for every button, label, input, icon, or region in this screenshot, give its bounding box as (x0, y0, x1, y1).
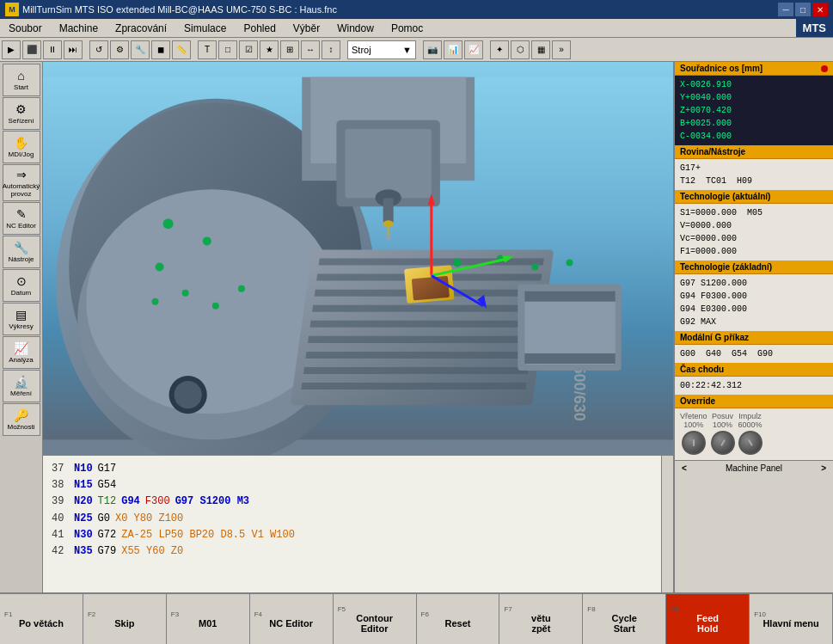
svg-point-36 (566, 260, 573, 267)
fkey-f4[interactable]: F4 NC Editor (250, 594, 334, 644)
tb-camera2[interactable]: 📊 (444, 40, 462, 59)
sidebar-item-nceditor[interactable]: ✎ NC Editor (3, 202, 40, 235)
menu-soubor[interactable]: Soubor (0, 19, 51, 37)
fkey-f10[interactable]: F10 Hlavní menu (750, 594, 833, 644)
sidebar-item-analyza[interactable]: 📈 Analýza (3, 336, 40, 369)
sidebar-item-datum[interactable]: ⊙ Datum (3, 269, 40, 302)
sidebar-item-vykresy[interactable]: ▤ Výkresy (3, 303, 40, 335)
datum-icon: ⊙ (16, 274, 27, 288)
machine-panel-bar: < Machine Panel > (675, 460, 833, 475)
tb-material[interactable]: ◼ (151, 40, 170, 59)
tb-view6[interactable]: ↔ (301, 40, 320, 59)
tb-camera1[interactable]: 📷 (423, 40, 442, 59)
svg-rect-47 (524, 353, 615, 364)
tb-misc2[interactable]: ⬡ (511, 40, 530, 59)
sidebar-item-mdijog[interactable]: ✋ MDI/Jog (3, 131, 40, 163)
fkey-f8[interactable]: F8 CycleStart (583, 594, 666, 644)
sidebar-label-start: Start (14, 83, 28, 91)
minimize-button[interactable]: ─ (778, 3, 793, 16)
fkey-f5[interactable]: F5 ContourEditor (334, 594, 417, 644)
tb-view5[interactable]: ⊞ (280, 40, 299, 59)
tb-pause[interactable]: ⏸ (43, 40, 62, 59)
tb-misc3[interactable]: ▦ (531, 40, 550, 59)
svg-point-23 (386, 235, 391, 240)
fkey-f9-feedhold[interactable]: F9 FeedHold (666, 594, 750, 644)
window-controls: ─ □ ✕ (778, 3, 828, 16)
sidebar-item-mereni[interactable]: 🔬 Měření (3, 370, 40, 402)
menu-window[interactable]: Window (328, 19, 383, 37)
maximize-button[interactable]: □ (795, 3, 811, 16)
tb-view7[interactable]: ↕ (322, 40, 340, 59)
tb-view3[interactable]: ☑ (239, 40, 258, 59)
sidebar-item-automaticky[interactable]: ⇒ Automatický provoz (3, 164, 40, 201)
tb-measure[interactable]: 📏 (172, 40, 191, 59)
svg-rect-13 (303, 367, 529, 374)
menu-pohled[interactable]: Pohled (235, 19, 284, 37)
fkey-f7[interactable]: F7 větuzpět (499, 594, 583, 644)
nc-line-42: 42 N35 G79 X55 Y60 Z0 (52, 543, 665, 560)
tb-tool[interactable]: 🔧 (131, 40, 150, 59)
tb-camera3[interactable]: 📈 (464, 40, 483, 59)
posuv-knob[interactable] (711, 431, 735, 455)
fkey-f2[interactable]: F2 Skip (83, 594, 167, 644)
hand-icon: ✋ (14, 136, 28, 150)
brand-logo: MTS (796, 19, 833, 37)
menu-simulace[interactable]: Simulace (175, 19, 235, 37)
auto-icon: ⇒ (16, 168, 27, 181)
svg-rect-18 (345, 129, 431, 198)
rp-header-tech-aktualni: Technologie (aktuální) (675, 190, 833, 204)
menu-zpracovani[interactable]: Zpracování (107, 19, 175, 37)
fkey-f6[interactable]: F6 Reset (417, 594, 500, 644)
nc-scrollbar[interactable] (661, 456, 673, 592)
title-bar: M MillTurnSim MTS ISO extended Mill-BC@H… (0, 0, 833, 19)
rp-header-override: Override (675, 395, 833, 408)
override-posuv: Posuv100% (711, 412, 735, 457)
tb-view1[interactable]: T (198, 40, 217, 59)
tb-view2[interactable]: □ (218, 40, 237, 59)
sidebar-item-nastroje[interactable]: 🔧 Nástroje (3, 236, 40, 268)
rp-values-tech-aktualni: S1=0000.000 M05 V=0000.000 Vc=0000.000 F… (675, 204, 833, 261)
tb-view4[interactable]: ★ (260, 40, 279, 59)
sidebar-label-datum: Datum (11, 289, 32, 297)
sidebar-item-serizeni[interactable]: ⚙ Seřízení (3, 97, 40, 130)
tb-start[interactable]: ▶ (2, 40, 21, 59)
rp-dot-indicator (821, 65, 828, 72)
sidebar-item-moznosti[interactable]: 🔑 Možnosti (3, 403, 40, 436)
fkey-f1[interactable]: F1 Po větách (0, 594, 83, 644)
tb-misc1[interactable]: ✦ (490, 40, 509, 59)
machine-dropdown[interactable]: Stroj ▼ (347, 40, 416, 59)
mp-nav-next[interactable]: > (818, 463, 830, 473)
tb-step[interactable]: ⏭ (64, 40, 83, 59)
tb-stop[interactable]: ⬛ (22, 40, 41, 59)
tb-more[interactable]: » (552, 40, 571, 59)
window-title: MillTurnSim MTS ISO extended Mill-BC@HAA… (22, 4, 778, 15)
spindle-knob[interactable] (682, 431, 706, 455)
mp-label: Machine Panel (690, 463, 818, 473)
3d-viewport[interactable]: D=500/630 (43, 62, 674, 455)
close-button[interactable]: ✕ (812, 3, 828, 16)
tb-settings[interactable]: ⚙ (110, 40, 129, 59)
settings-icon: ⚙ (15, 102, 27, 116)
main-layout: ⌂ Start ⚙ Seřízení ✋ MDI/Jog ⇒ Automatic… (0, 62, 833, 592)
menu-machine[interactable]: Machine (51, 19, 107, 37)
fkey-f3[interactable]: F3 M01 (167, 594, 250, 644)
svg-point-49 (175, 381, 202, 408)
svg-point-32 (152, 298, 159, 305)
mp-nav-prev[interactable]: < (678, 463, 690, 473)
menu-pomoc[interactable]: Pomoc (383, 19, 432, 37)
sidebar-label-mereni: Měření (10, 389, 32, 397)
tb-reset[interactable]: ↺ (89, 40, 108, 59)
svg-rect-10 (310, 321, 536, 328)
right-panel: Souřadnice os [mm] X-0026.910 Y+0040.000… (674, 62, 833, 592)
rp-header-tech-zakladni: Technologie (základní) (675, 261, 833, 274)
impulz-knob[interactable] (738, 431, 763, 455)
sidebar-item-start[interactable]: ⌂ Start (3, 64, 40, 96)
sidebar-label-nc: NC Editor (6, 222, 36, 230)
svg-rect-46 (524, 291, 615, 302)
tool-icon: 🔧 (14, 241, 28, 255)
svg-rect-9 (312, 305, 537, 312)
menu-vyber[interactable]: Výběr (285, 19, 328, 37)
nc-code-content: 37 N10 G17 38 N15 G54 39 N20 T12 G94 F30… (43, 456, 673, 565)
edit-icon: ✎ (16, 207, 27, 221)
rp-header-rovina: Rovina/Nástroje (675, 145, 833, 159)
